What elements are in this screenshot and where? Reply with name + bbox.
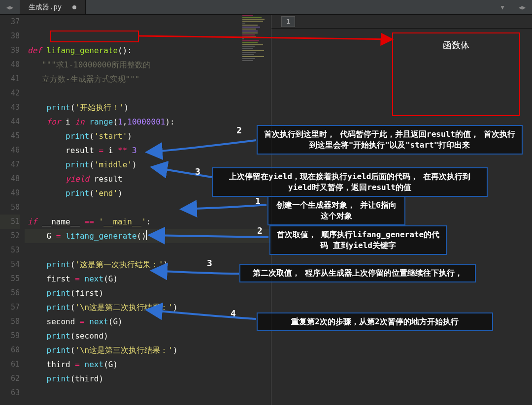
tab-prev-button[interactable]: ◀▶ <box>0 0 20 14</box>
secondary-pane-header: 1 <box>271 15 532 29</box>
secondary-pane[interactable]: 1 <box>271 15 532 405</box>
tab-filename: 生成器.py <box>29 3 62 12</box>
tab-bar: ◀▶ 生成器.py ▼ ◀▶ <box>0 0 532 15</box>
editor-window: ◀▶ 生成器.py ▼ ◀▶ 373839 404142 434445 4647… <box>0 0 532 405</box>
tab-dropdown-button[interactable]: ▼ <box>493 0 512 14</box>
secondary-pane-slot[interactable]: 1 <box>281 16 295 27</box>
cursor-icon <box>146 230 147 240</box>
unsaved-dot-icon <box>72 5 76 9</box>
tab-file[interactable]: 生成器.py <box>20 0 86 14</box>
code-pane[interactable]: 373839 404142 434445 464748 495051 52535… <box>0 15 271 405</box>
tab-spacer <box>86 0 493 14</box>
pane-nav-button[interactable]: ◀▶ <box>512 0 532 14</box>
code-area[interactable]: def lifang_generate(): """求1-10000000所用整… <box>25 15 271 405</box>
line-gutter: 373839 404142 434445 464748 495051 52535… <box>0 15 25 405</box>
editor-split: 373839 404142 434445 464748 495051 52535… <box>0 15 532 405</box>
